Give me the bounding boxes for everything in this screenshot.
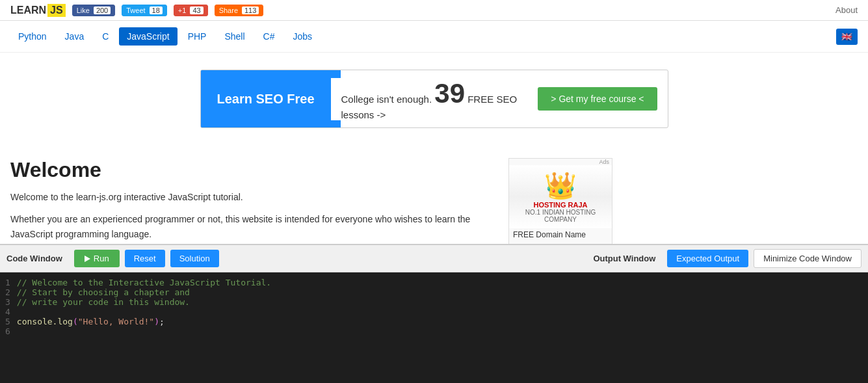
about-link[interactable]: About xyxy=(835,5,858,15)
ad-cta-button[interactable]: > Get my free course < xyxy=(538,87,657,111)
code-panel[interactable]: 1// Welcome to the Interactive JavaScrip… xyxy=(0,272,434,321)
ad-number: 39 xyxy=(434,78,465,109)
fb-count: 200 xyxy=(94,7,111,14)
gp-label: +1 xyxy=(178,7,187,14)
sh-label: Share xyxy=(219,7,238,14)
share-button[interactable]: Share 113 xyxy=(215,5,264,16)
facebook-like-button[interactable]: Like 200 xyxy=(72,5,116,16)
hosting-title: HOSTING RAJA xyxy=(514,201,607,209)
hosting-subtitle: NO.1 INDIAN HOSTING COMPANY xyxy=(514,209,607,223)
run-button[interactable]: Run xyxy=(74,250,120,267)
intro-para-2: Whether you are an experienced programme… xyxy=(10,212,498,241)
ad-label: Ads xyxy=(509,159,612,165)
nav-php[interactable]: PHP xyxy=(180,27,215,46)
intro-para-1: Welcome to the learn-js.org interactive … xyxy=(10,190,498,204)
ad-banner: Learn SEO Free College isn't enough. 39 … xyxy=(200,70,668,128)
nav-javascript[interactable]: JavaScript xyxy=(119,27,177,46)
output-panel xyxy=(434,272,869,321)
tw-label: Tweet xyxy=(126,7,145,14)
gp-count: 43 xyxy=(190,7,203,14)
ad-middle-text: College isn't enough. xyxy=(341,94,432,105)
minimize-code-window-button[interactable]: Minimize Code Window xyxy=(754,249,861,268)
lang-flag: 🇬🇧 xyxy=(841,32,852,42)
bottom-toolbar: Code Window Run Reset Solution Output Wi… xyxy=(0,245,868,272)
nav-java[interactable]: Java xyxy=(57,27,92,46)
nav-csharp[interactable]: C# xyxy=(256,27,283,46)
expected-output-button[interactable]: Expected Output xyxy=(667,250,748,267)
googleplus-button[interactable]: +1 43 xyxy=(174,5,208,16)
play-icon xyxy=(85,256,90,262)
header-left: LEARN JS Like 200 Tweet 18 +1 43 Share 1… xyxy=(10,4,263,17)
solution-button[interactable]: Solution xyxy=(170,250,219,267)
hosting-free-1: FREE Domain Name xyxy=(509,228,612,241)
nav-python[interactable]: Python xyxy=(10,27,55,46)
logo-js: JS xyxy=(47,4,66,17)
reset-button[interactable]: Reset xyxy=(125,250,165,267)
code-line-5: 5console.log("Hello, World!"); xyxy=(5,317,429,321)
tw-count: 18 xyxy=(150,7,163,14)
crown-icon: 👑 xyxy=(514,170,607,201)
nav-links: Python Java C JavaScript PHP Shell C# Jo… xyxy=(10,27,320,46)
logo-learn: LEARN xyxy=(10,5,46,16)
bottom-bar: Code Window Run Reset Solution Output Wi… xyxy=(0,244,868,321)
code-line-2: 2// Start by choosing a chapter and xyxy=(5,287,429,297)
nav-jobs[interactable]: Jobs xyxy=(285,27,321,46)
hosting-image: 👑 HOSTING RAJA NO.1 INDIAN HOSTING COMPA… xyxy=(509,165,612,228)
bottom-panels: 1// Welcome to the Interactive JavaScrip… xyxy=(0,272,868,321)
header: LEARN JS Like 200 Tweet 18 +1 43 Share 1… xyxy=(0,0,868,21)
nav-c[interactable]: C xyxy=(94,27,116,46)
language-button[interactable]: 🇬🇧 xyxy=(836,29,858,45)
run-label: Run xyxy=(94,254,109,263)
code-window-label: Code Window xyxy=(7,254,62,263)
nav-shell[interactable]: Shell xyxy=(217,27,252,46)
fb-label: Like xyxy=(77,7,90,14)
logo[interactable]: LEARN JS xyxy=(10,4,66,17)
code-line-3: 3// write your code in this window. xyxy=(5,297,429,307)
sh-count: 113 xyxy=(242,7,259,14)
code-line-4: 4 xyxy=(5,307,429,317)
output-window-label: Output Window xyxy=(593,254,655,263)
twitter-tweet-button[interactable]: Tweet 18 xyxy=(122,5,167,16)
code-line-1: 1// Welcome to the Interactive JavaScrip… xyxy=(5,278,429,287)
page-title: Welcome xyxy=(10,158,498,182)
ad-banner-right: College isn't enough. 39 FREE SEO lesson… xyxy=(331,78,668,120)
ad-banner-text: College isn't enough. 39 FREE SEO lesson… xyxy=(341,78,538,120)
navigation: Python Java C JavaScript PHP Shell C# Jo… xyxy=(0,21,868,53)
ad-banner-left-text: Learn SEO Free xyxy=(201,70,331,127)
